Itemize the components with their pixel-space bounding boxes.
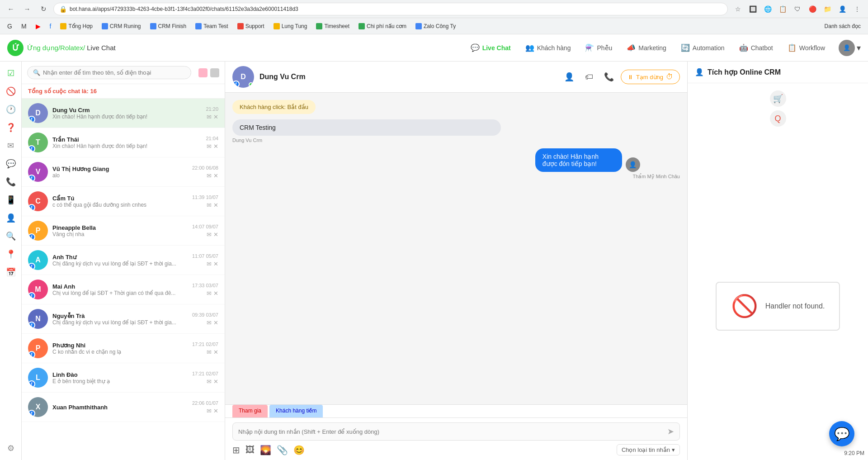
bookmark-teamtest[interactable]: Team Test [192, 22, 231, 31]
search-box[interactable]: 🔍 [27, 66, 191, 79]
forward-button[interactable]: → [21, 3, 33, 15]
chat-item[interactable]: C f Cẩm Tú c có thể qua gội đầu dưỡng si… [22, 187, 225, 216]
translate-icon[interactable]: 🌐 [761, 3, 774, 15]
chat-item[interactable]: T f Trần Thái Xin chào! Hân hạnh được đó… [22, 128, 225, 157]
bookmark-chiphi[interactable]: Chi phí nấu cơm [355, 22, 410, 31]
sidebar-checkbox-btn[interactable]: ☑ [3, 65, 19, 81]
bookmark-crmfinish[interactable]: CRM Finish [146, 22, 190, 31]
bookmark-gmail[interactable]: M [18, 21, 30, 31]
profile-icon[interactable]: 👤 [836, 3, 849, 15]
nav-marketing[interactable]: 📣 Marketing [620, 40, 672, 56]
email-action[interactable]: ✉ [207, 261, 212, 267]
chat-item[interactable]: P f Pineapple Bella Vâng chị nha 14:07 0… [22, 216, 225, 246]
email-action[interactable]: ✉ [207, 202, 212, 209]
sidebar-location-btn[interactable]: 📍 [3, 246, 19, 262]
bookmark-timesheet[interactable]: Timesheet [312, 22, 353, 31]
chat-item[interactable]: L f Linh Đào E ở bên trong biệt thự ạ 17… [22, 363, 225, 393]
chat-item[interactable]: N f Nguyễn Trà Chị đăng ký dịch vụ vui l… [22, 304, 225, 334]
close-action[interactable]: ✕ [213, 408, 218, 414]
nav-automation[interactable]: 🔄 Automation [675, 40, 731, 56]
bookmark-lungtung[interactable]: Lung Tung [270, 22, 311, 31]
send-button[interactable]: ➤ [667, 427, 674, 436]
bookmark-tonghop[interactable]: Tổng Hợp [57, 22, 96, 31]
emoji-btn[interactable]: 😊 [293, 445, 305, 455]
refresh-button[interactable]: ↻ [37, 3, 50, 15]
app-logo[interactable]: Ứ Ứng dụng/Rolatex/ Live Chat [7, 40, 116, 56]
messenger-float-button[interactable]: 💬 [829, 421, 854, 446]
chat-input[interactable] [238, 428, 664, 435]
close-action[interactable]: ✕ [213, 172, 218, 179]
email-action[interactable]: ✉ [207, 172, 212, 179]
sidebar-mobile-btn[interactable]: 📱 [3, 192, 19, 208]
nav-khachhang[interactable]: 👥 Khách hàng [519, 40, 577, 56]
message-type-select[interactable]: Chọn loại tin nhắn ▾ [617, 444, 680, 455]
search-input[interactable] [43, 69, 185, 76]
sidebar-hide-btn[interactable]: 🚫 [3, 83, 19, 100]
ext2-icon[interactable]: 🛡 [791, 3, 804, 15]
sidebar-phone-btn[interactable]: 📞 [3, 174, 19, 190]
photo-btn[interactable]: 🌄 [260, 445, 271, 455]
sidebar-search-btn[interactable]: 🔍 [3, 228, 19, 244]
user-add-btn[interactable]: 👤 [561, 69, 577, 85]
close-action[interactable]: ✕ [213, 290, 218, 297]
chat-item[interactable]: M f Mai Anh Chị vui lòng để lại SĐT + Th… [22, 275, 225, 304]
chat-item[interactable]: X f Xuan Phamthithanh 22:06 01/07 ✉ ✕ [22, 393, 225, 422]
cart-icon-btn[interactable]: 🛒 [770, 90, 786, 107]
email-action[interactable]: ✉ [207, 143, 212, 150]
email-action[interactable]: ✉ [207, 290, 212, 297]
sidebar-mail-btn[interactable]: ✉ [3, 138, 19, 154]
close-action[interactable]: ✕ [213, 349, 218, 356]
back-button[interactable]: ← [5, 3, 17, 15]
pause-button[interactable]: ⏸ Tạm dừng ⏱ [621, 70, 680, 84]
grid-btn[interactable]: ⊞ [232, 445, 240, 455]
close-action[interactable]: ✕ [213, 143, 218, 150]
tab-khachhang[interactable]: Khách hàng tiềm [269, 405, 323, 417]
bookmark-youtube[interactable]: ▶ [32, 21, 44, 31]
bookmark-zalo[interactable]: Zalo Công Ty [412, 22, 459, 31]
filter-gray[interactable] [210, 68, 219, 77]
bookmark-support[interactable]: Support [234, 22, 268, 31]
bookmark-facebook[interactable]: f [46, 21, 55, 31]
bookmark-google[interactable]: G [4, 21, 16, 31]
sidebar-user-btn[interactable]: 👤 [3, 210, 19, 226]
chat-item[interactable]: P f Phương Nhi C ko nhắn đc vi e chặn ng… [22, 334, 225, 363]
tag-btn[interactable]: 🏷 [581, 69, 597, 85]
email-action[interactable]: ✉ [207, 319, 212, 326]
attach-btn[interactable]: 📎 [277, 445, 288, 455]
sidebar-settings-btn[interactable]: ⚙ [3, 440, 19, 456]
chat-item[interactable]: D f Dung Vu Crm Xin chào! Hân hạnh được … [22, 99, 225, 128]
email-action[interactable]: ✉ [207, 114, 212, 120]
close-action[interactable]: ✕ [213, 261, 218, 267]
nav-livechat[interactable]: 💬 Live Chat [464, 40, 517, 56]
bookmark-crmruning[interactable]: CRM Runing [98, 22, 145, 31]
bookmark-icon[interactable]: ☆ [731, 3, 744, 15]
phone-btn[interactable]: 📞 [601, 69, 617, 85]
nav-workflow[interactable]: 📋 Workflow [781, 40, 831, 56]
menu-icon[interactable]: ⋮ [851, 3, 863, 15]
dropdown-chevron[interactable]: ▾ [857, 43, 861, 53]
url-bar[interactable]: 🔒 bot.hana.ai/apps/4729333b-4263-4cbe-b3… [53, 3, 728, 15]
close-action[interactable]: ✕ [213, 114, 218, 120]
close-action[interactable]: ✕ [213, 231, 218, 238]
email-action[interactable]: ✉ [207, 408, 212, 414]
close-action[interactable]: ✕ [213, 378, 218, 385]
image-btn[interactable]: 🖼 [245, 445, 255, 455]
close-action[interactable]: ✕ [213, 319, 218, 326]
tab-thamgia[interactable]: Tham gia [232, 405, 268, 417]
filter-pink[interactable] [198, 68, 208, 77]
crm2-icon-btn[interactable]: Q [770, 110, 786, 127]
sidebar-calendar-btn[interactable]: 📅 [3, 264, 19, 280]
email-action[interactable]: ✉ [207, 378, 212, 385]
ext4-icon[interactable]: 📁 [821, 3, 834, 15]
user-avatar[interactable]: 👤 [839, 40, 855, 56]
close-action[interactable]: ✕ [213, 202, 218, 209]
sidebar-clock-btn[interactable]: 🕐 [3, 101, 19, 118]
chat-item[interactable]: V f Vũ Thị Hương Giang alo 22:00 06/08 ✉… [22, 157, 225, 187]
nav-pheu[interactable]: ⚗️ Phễu [579, 40, 618, 56]
arr-icon[interactable]: 📋 [776, 3, 789, 15]
ext3-icon[interactable]: 🔴 [806, 3, 819, 15]
email-action[interactable]: ✉ [207, 349, 212, 356]
sidebar-help-btn[interactable]: ❓ [3, 119, 19, 136]
chat-input-box[interactable]: ➤ [232, 422, 680, 441]
bookmark-danhsach[interactable]: Danh sách đọc [821, 22, 864, 31]
